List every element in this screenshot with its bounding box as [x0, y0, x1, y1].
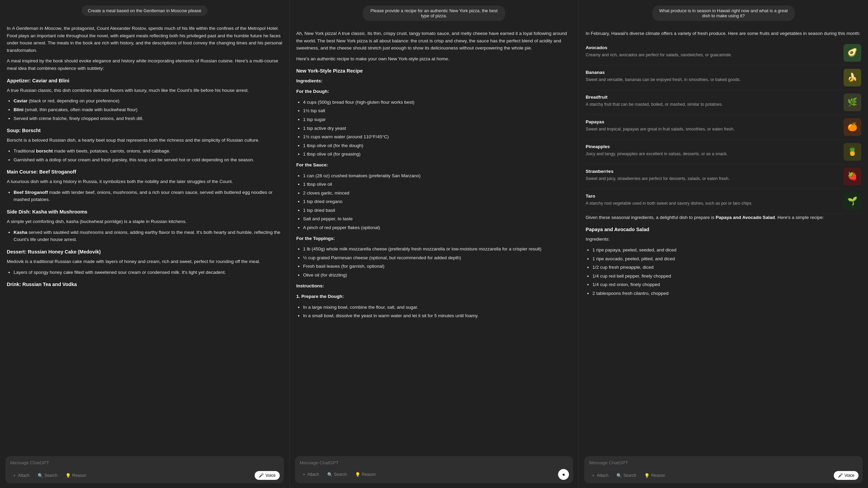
input-tools-left-2: ＋ Attach 🔍 Search 💡 Reason [299, 470, 378, 479]
chat-header-2: Please provide a recipe for an authentic… [290, 0, 579, 26]
produce-name: Taro [586, 192, 840, 200]
reason-label-3: Reason [651, 473, 665, 478]
produce-desc: Sweet and juicy, strawberries are perfec… [586, 176, 840, 182]
produce-item: Strawberries Sweet and juicy, strawberri… [586, 164, 861, 189]
produce-image: 🥑 [844, 44, 861, 62]
dish-ingredient-item: 1 ripe avocado, peeled, pitted, and dice… [592, 255, 861, 263]
produce-item: Avocados Creamy and rich, avocados are p… [586, 41, 861, 65]
produce-image: 🍌 [844, 69, 861, 86]
panel3-intro: In February, Hawaii's diverse climate of… [586, 30, 861, 37]
search-label-2: Search [334, 472, 347, 477]
message-content-3: In February, Hawaii's diverse climate of… [586, 30, 861, 297]
produce-item: Breadfruit A starchy fruit that can be r… [586, 90, 861, 115]
produce-image: 🍊 [844, 118, 861, 136]
produce-name: Avocados [586, 44, 840, 52]
input-tools-left-3: ＋ Attach 🔍 Search 💡 Reason [588, 471, 668, 480]
search-button-2[interactable]: 🔍 Search [324, 471, 350, 479]
reason-label-1: Reason [72, 473, 86, 478]
attach-label-2: Attach [308, 472, 319, 477]
reason-icon-2: 💡 [355, 472, 360, 477]
chat-messages-2[interactable]: Ah, New York pizza! A true classic. Its … [290, 26, 579, 452]
voice-button-3[interactable]: 🎤 Voice [834, 471, 859, 480]
message-input-3[interactable] [589, 460, 858, 466]
attach-button-2[interactable]: ＋ Attach [299, 470, 322, 479]
panel3-title: What produce is in season in Hawaii righ… [659, 8, 788, 18]
chat-messages-1[interactable]: In A Gentleman in Moscow, the protagonis… [0, 21, 289, 452]
dish-name: Papaya and Avocado Salad [586, 226, 861, 233]
produce-desc: A starchy root vegetable used in both sw… [586, 201, 840, 207]
dish-ingredients-title: Ingredients: [586, 236, 861, 243]
attach-button-1[interactable]: ＋ Attach [9, 471, 32, 480]
produce-desc: Juicy and tangy, pineapples are excellen… [586, 151, 840, 157]
dish-ingredient-item: 1 ripe papaya, peeled, seeded, and diced [592, 246, 861, 254]
chat-header-1: Create a meal based on the Gentleman in … [0, 0, 289, 21]
app-container: Create a meal based on the Gentleman in … [0, 0, 868, 488]
dish-ingredient-item: 1/4 cup red bell pepper, finely chopped [592, 272, 861, 280]
chat-messages-3[interactable]: In February, Hawaii's diverse climate of… [579, 26, 868, 452]
stop-icon-2: ■ [563, 472, 565, 476]
input-box-2: ＋ Attach 🔍 Search 💡 Reason ■ [295, 456, 573, 483]
produce-desc: Sweet and tropical, papayas are great in… [586, 126, 840, 133]
attach-button-3[interactable]: ＋ Attach [588, 471, 611, 480]
search-button-3[interactable]: 🔍 Search [614, 472, 639, 480]
search-button-1[interactable]: 🔍 Search [35, 472, 60, 480]
produce-item: Taro A starchy root vegetable used in bo… [586, 189, 861, 214]
voice-button-1[interactable]: 🎤 Voice [255, 471, 279, 480]
input-toolbar-1: ＋ Attach 🔍 Search 💡 Reason 🎤 [9, 471, 280, 480]
chat-input-area-2: ＋ Attach 🔍 Search 💡 Reason ■ [290, 452, 579, 488]
panel1-title: Create a meal based on the Gentleman in … [88, 8, 201, 13]
attach-icon-3: ＋ [591, 472, 595, 479]
reason-icon-1: 💡 [65, 473, 71, 478]
microphone-icon-3: 🎤 [838, 473, 843, 478]
chat-title-bubble-2: Please provide a recipe for an authentic… [363, 5, 505, 21]
input-toolbar-3: ＋ Attach 🔍 Search 💡 Reason 🎤 [588, 471, 859, 480]
voice-label-1: Voice [265, 473, 275, 478]
input-box-3: ＋ Attach 🔍 Search 💡 Reason 🎤 [584, 456, 863, 483]
chat-panel-1: Create a meal based on the Gentleman in … [0, 0, 290, 488]
chat-panel-3: What produce is in season in Hawaii righ… [579, 0, 868, 488]
reason-button-1[interactable]: 💡 Reason [63, 472, 89, 480]
chat-panel-2: Please provide a recipe for an authentic… [290, 0, 579, 488]
attach-icon-2: ＋ [302, 471, 306, 477]
search-icon-2: 🔍 [327, 472, 333, 477]
message-input-1[interactable] [10, 460, 279, 466]
produce-list: Avocados Creamy and rich, avocados are p… [586, 41, 861, 214]
dish-ingredient-item: 1/4 cup red onion, finely chopped [592, 281, 861, 288]
chat-header-3: What produce is in season in Hawaii righ… [579, 0, 868, 26]
attach-icon-1: ＋ [12, 472, 17, 479]
produce-image: 🌱 [844, 192, 861, 210]
produce-info: Papayas Sweet and tropical, papayas are … [586, 118, 840, 133]
reason-icon-3: 💡 [644, 473, 650, 478]
reason-label-2: Reason [362, 472, 376, 477]
produce-image: 🍓 [844, 168, 861, 185]
attach-label-3: Attach [597, 473, 608, 478]
input-toolbar-2: ＋ Attach 🔍 Search 💡 Reason ■ [299, 469, 569, 480]
message-input-2[interactable] [300, 460, 569, 466]
produce-name: Bananas [586, 69, 840, 76]
reason-button-3[interactable]: 💡 Reason [642, 472, 668, 480]
dish-ingredient-item: 1/2 cup fresh pineapple, diced [592, 264, 861, 271]
produce-desc: Sweet and versatile, bananas can be enjo… [586, 77, 840, 83]
voice-label-3: Voice [845, 473, 854, 478]
produce-info: Breadfruit A starchy fruit that can be r… [586, 94, 840, 108]
produce-name: Papayas [586, 118, 840, 126]
dish-ingredient-item: 2 tablespoons fresh cilantro, chopped [592, 290, 861, 297]
input-tools-left-1: ＋ Attach 🔍 Search 💡 Reason [9, 471, 89, 480]
produce-desc: Creamy and rich, avocados are perfect fo… [586, 52, 840, 58]
stop-button-2[interactable]: ■ [558, 469, 569, 480]
produce-desc: A starchy fruit that can be roasted, boi… [586, 102, 840, 108]
chat-title-bubble-3: What produce is in season in Hawaii righ… [652, 5, 795, 21]
produce-item: Papayas Sweet and tropical, papayas are … [586, 115, 861, 140]
produce-item: Bananas Sweet and versatile, bananas can… [586, 65, 861, 90]
produce-info: Taro A starchy root vegetable used in bo… [586, 192, 840, 207]
produce-name: Strawberries [586, 168, 840, 175]
produce-info: Strawberries Sweet and juicy, strawberri… [586, 168, 840, 182]
dish-intro: Given these seasonal ingredients, a deli… [586, 214, 861, 221]
search-label-3: Search [623, 473, 636, 478]
search-icon-3: 🔍 [616, 473, 622, 478]
produce-item: Pineapples Juicy and tangy, pineapples a… [586, 140, 861, 164]
produce-info: Avocados Creamy and rich, avocados are p… [586, 44, 840, 58]
produce-info: Bananas Sweet and versatile, bananas can… [586, 69, 840, 83]
chat-input-area-1: ＋ Attach 🔍 Search 💡 Reason 🎤 [0, 452, 289, 488]
reason-button-2[interactable]: 💡 Reason [352, 471, 378, 479]
